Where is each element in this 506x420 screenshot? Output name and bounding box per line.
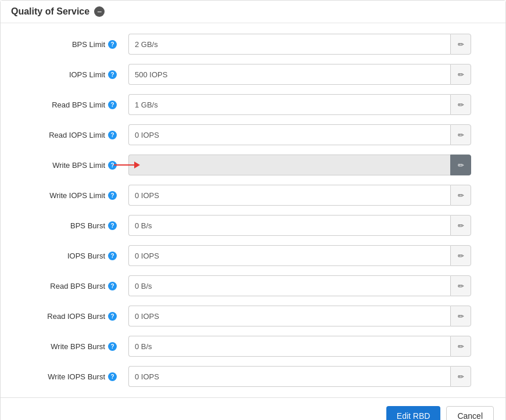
form-row-read-iops-burst: Read IOPS Burst ?✏ xyxy=(1,301,505,331)
help-icon-read-bps-limit[interactable]: ? xyxy=(108,100,117,109)
label-write-iops-limit: Write IOPS Limit ? xyxy=(12,191,128,200)
edit-btn-bps-limit[interactable]: ✏ xyxy=(450,34,471,55)
input-group-bps-burst: ✏ xyxy=(128,215,471,236)
section-header: Quality of Service − xyxy=(1,1,505,23)
form-row-read-bps-limit: Read BPS Limit ?✏ xyxy=(1,89,505,120)
edit-btn-write-iops-burst[interactable]: ✏ xyxy=(450,366,471,387)
form-row-bps-burst: BPS Burst ?✏ xyxy=(1,210,505,240)
help-icon-read-iops-burst[interactable]: ? xyxy=(108,312,117,321)
input-write-iops-burst[interactable] xyxy=(128,366,450,387)
label-bps-burst: BPS Burst ? xyxy=(12,221,128,230)
label-iops-burst: IOPS Burst ? xyxy=(12,252,128,260)
pencil-icon: ✏ xyxy=(458,372,464,381)
form-row-read-iops-limit: Read IOPS Limit ?✏ xyxy=(1,120,505,150)
pencil-icon: ✏ xyxy=(458,312,464,321)
edit-btn-write-iops-limit[interactable]: ✏ xyxy=(450,185,471,206)
input-read-bps-burst[interactable] xyxy=(128,275,450,296)
help-icon-bps-burst[interactable]: ? xyxy=(108,221,117,230)
input-read-bps-limit[interactable] xyxy=(128,94,450,115)
help-icon-write-iops-limit[interactable]: ? xyxy=(108,191,117,200)
edit-rbd-button[interactable]: Edit RBD xyxy=(386,406,441,420)
pencil-icon: ✏ xyxy=(458,100,464,109)
input-group-write-iops-limit: ✏ xyxy=(128,185,471,206)
help-icon-read-iops-limit[interactable]: ? xyxy=(108,131,117,139)
help-icon-write-bps-burst[interactable]: ? xyxy=(108,342,117,351)
form-row-iops-burst: IOPS Burst ?✏ xyxy=(1,240,505,271)
input-group-write-bps-burst: ✏ xyxy=(128,336,471,357)
edit-btn-read-iops-limit[interactable]: ✏ xyxy=(450,124,471,145)
edit-btn-read-bps-limit[interactable]: ✏ xyxy=(450,94,471,115)
cancel-button[interactable]: Cancel xyxy=(446,406,494,420)
form-body: BPS Limit ?✏IOPS Limit ?✏Read BPS Limit … xyxy=(1,23,505,397)
form-row-write-iops-limit: Write IOPS Limit ?✏ xyxy=(1,180,505,210)
input-group-bps-limit: ✏ xyxy=(128,34,471,55)
form-row-write-iops-burst: Write IOPS Burst ?✏ xyxy=(1,361,505,392)
label-read-bps-limit: Read BPS Limit ? xyxy=(12,100,128,109)
help-icon-write-bps-limit[interactable]: ? xyxy=(108,161,117,170)
pencil-icon: ✏ xyxy=(458,221,464,230)
pencil-icon: ✏ xyxy=(458,161,464,170)
pencil-icon: ✏ xyxy=(458,252,464,260)
input-group-read-iops-limit: ✏ xyxy=(128,124,471,145)
pencil-icon: ✏ xyxy=(458,282,464,290)
help-icon-bps-limit[interactable]: ? xyxy=(108,40,117,49)
edit-btn-write-bps-limit[interactable]: ✏ xyxy=(450,155,471,175)
form-row-bps-limit: BPS Limit ?✏ xyxy=(1,29,505,59)
pencil-icon: ✏ xyxy=(458,191,464,200)
form-row-write-bps-burst: Write BPS Burst ?✏ xyxy=(1,331,505,361)
input-read-iops-limit[interactable] xyxy=(128,124,450,145)
pencil-icon: ✏ xyxy=(458,40,464,49)
label-read-bps-burst: Read BPS Burst ? xyxy=(12,282,128,290)
edit-btn-bps-burst[interactable]: ✏ xyxy=(450,215,471,236)
input-iops-burst[interactable] xyxy=(128,245,450,266)
input-bps-burst[interactable] xyxy=(128,215,450,236)
input-write-bps-limit xyxy=(128,155,450,175)
pencil-icon: ✏ xyxy=(458,342,464,351)
input-group-read-bps-limit: ✏ xyxy=(128,94,471,115)
edit-btn-iops-burst[interactable]: ✏ xyxy=(450,245,471,266)
input-iops-limit[interactable] xyxy=(128,64,450,85)
form-row-iops-limit: IOPS Limit ?✏ xyxy=(1,59,505,89)
form-row-read-bps-burst: Read BPS Burst ?✏ xyxy=(1,271,505,301)
label-read-iops-burst: Read IOPS Burst ? xyxy=(12,312,128,321)
input-write-iops-limit[interactable] xyxy=(128,185,450,206)
help-icon-iops-limit[interactable]: ? xyxy=(108,70,117,79)
footer: Edit RBD Cancel xyxy=(1,397,505,420)
collapse-icon[interactable]: − xyxy=(94,6,105,17)
help-icon-read-bps-burst[interactable]: ? xyxy=(108,282,117,290)
input-group-write-bps-limit: ✏ xyxy=(128,155,471,175)
pencil-icon: ✏ xyxy=(458,70,464,79)
label-iops-limit: IOPS Limit ? xyxy=(12,70,128,79)
input-write-bps-burst[interactable] xyxy=(128,336,450,357)
input-group-iops-burst: ✏ xyxy=(128,245,471,266)
input-group-write-iops-burst: ✏ xyxy=(128,366,471,387)
label-write-bps-burst: Write BPS Burst ? xyxy=(12,342,128,351)
edit-btn-iops-limit[interactable]: ✏ xyxy=(450,64,471,85)
form-row-write-bps-limit: Write BPS Limit ?✏ xyxy=(1,150,505,180)
input-group-iops-limit: ✏ xyxy=(128,64,471,85)
label-bps-limit: BPS Limit ? xyxy=(12,40,128,49)
input-bps-limit[interactable] xyxy=(128,34,450,55)
help-icon-write-iops-burst[interactable]: ? xyxy=(108,372,117,381)
section-title: Quality of Service xyxy=(11,6,89,17)
label-write-bps-limit: Write BPS Limit ? xyxy=(12,161,128,170)
modal-container: Quality of Service − BPS Limit ?✏IOPS Li… xyxy=(0,0,506,420)
input-read-iops-burst[interactable] xyxy=(128,306,450,326)
input-group-read-iops-burst: ✏ xyxy=(128,306,471,326)
edit-btn-read-bps-burst[interactable]: ✏ xyxy=(450,275,471,296)
edit-btn-write-bps-burst[interactable]: ✏ xyxy=(450,336,471,357)
label-read-iops-limit: Read IOPS Limit ? xyxy=(12,131,128,139)
input-group-read-bps-burst: ✏ xyxy=(128,275,471,296)
pencil-icon: ✏ xyxy=(458,131,464,139)
help-icon-iops-burst[interactable]: ? xyxy=(108,252,117,260)
edit-btn-read-iops-burst[interactable]: ✏ xyxy=(450,306,471,326)
label-write-iops-burst: Write IOPS Burst ? xyxy=(12,372,128,381)
